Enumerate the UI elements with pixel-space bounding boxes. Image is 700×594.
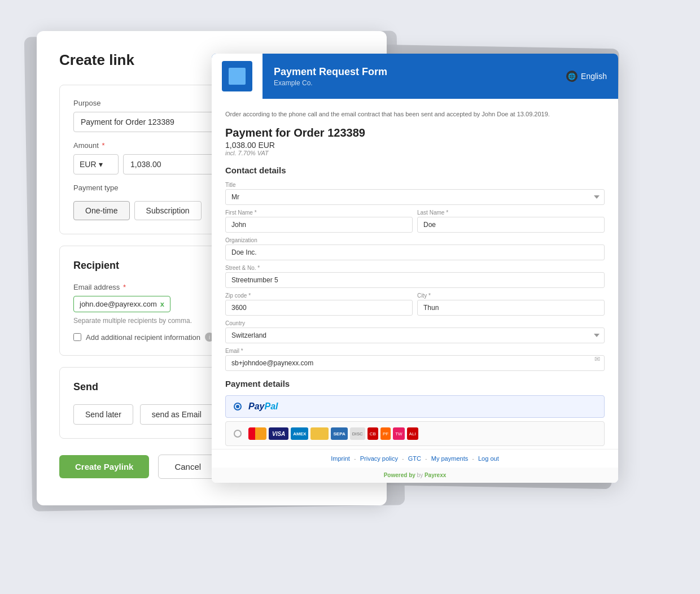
generic-card-icon (310, 427, 329, 440)
email-contact-label: Email * (225, 348, 605, 354)
street-field: Street & No. * (225, 265, 605, 288)
privacy-link[interactable]: Privacy policy (360, 455, 398, 462)
currency-chevron-icon: ▾ (99, 160, 103, 169)
email-envelope-icon: ✉ (594, 355, 600, 363)
order-vat: incl. 7.70% VAT (225, 150, 605, 156)
zip-field: Zip code * (225, 292, 413, 316)
additional-recipient-checkbox[interactable] (73, 333, 81, 341)
payment-form-panel: Payment Request Form Example Co. 🌐 Engli… (212, 54, 618, 483)
paypal-option[interactable]: PayPal (225, 395, 605, 418)
street-label: Street & No. * (225, 265, 605, 271)
last-name-input[interactable] (417, 217, 605, 233)
email-contact-input[interactable] (225, 355, 605, 371)
paypal-logo: PayPal (248, 401, 278, 412)
logo-square (222, 61, 252, 91)
payment-details-section: Payment details PayPal VISA (225, 379, 605, 449)
language-label: English (581, 72, 607, 81)
form-notice: Order according to the phone call and th… (225, 110, 605, 119)
cards-radio[interactable] (234, 430, 242, 438)
email-remove-button[interactable]: x (160, 300, 164, 308)
first-name-input[interactable] (225, 217, 413, 233)
organization-input[interactable] (225, 244, 605, 260)
form-header-title: Payment Request Form Example Co. (262, 54, 555, 99)
send-as-email-button[interactable]: send as Email (140, 404, 213, 425)
street-input[interactable] (225, 272, 605, 288)
email-tag-value: john.doe@payrexx.com (80, 300, 157, 308)
twint-icon: TW (393, 427, 404, 440)
organization-label: Organization (225, 237, 605, 243)
currency-select[interactable]: EUR ▾ (73, 154, 119, 174)
logout-link[interactable]: Log out (478, 455, 499, 462)
additional-recipient-label: Add additional recipient information (86, 333, 200, 342)
currency-value: EUR (80, 160, 97, 169)
title-select[interactable]: Mr Mrs Ms (225, 189, 605, 205)
last-name-field: Last Name * (417, 209, 605, 233)
cards-option[interactable]: VISA AMEX SEPA DISC CB PF TW ALI (225, 421, 605, 446)
contact-section-title: Contact details (225, 165, 605, 175)
subscription-button[interactable]: Subscription (134, 201, 202, 220)
create-paylink-button[interactable]: Create Paylink (59, 455, 149, 478)
my-payments-link[interactable]: My payments (431, 455, 468, 462)
amex-icon: AMEX (291, 427, 308, 440)
order-amount: 1,038.00 EUR (225, 141, 605, 150)
imprint-link[interactable]: Imprint (331, 455, 350, 462)
powered-by: Powered by by Payrexx (212, 468, 618, 483)
zip-label: Zip code * (225, 292, 413, 299)
first-name-label: First Name * (225, 209, 413, 216)
country-select[interactable]: Switzerland Germany Austria (225, 327, 605, 343)
gtc-link[interactable]: GTC (408, 455, 421, 462)
postfinance-icon: PF (380, 427, 391, 440)
form-header: Payment Request Form Example Co. 🌐 Engli… (212, 54, 618, 99)
payment-details-title: Payment details (225, 379, 605, 388)
payment-cards: VISA AMEX SEPA DISC CB PF TW ALI (248, 427, 418, 440)
language-selector[interactable]: 🌐 English (555, 54, 618, 99)
visa-icon: VISA (269, 427, 288, 440)
zip-input[interactable] (225, 300, 413, 316)
city-field: City * (417, 292, 605, 316)
powered-by-text: Powered by (384, 472, 415, 478)
organization-field: Organization (225, 237, 605, 260)
language-icon: 🌐 (566, 71, 578, 82)
paypal-radio[interactable] (234, 403, 242, 410)
city-input[interactable] (417, 300, 605, 316)
form-title: Payment Request Form (274, 66, 544, 78)
country-field: Country Switzerland Germany Austria (225, 320, 605, 343)
title-label: Title (225, 182, 605, 188)
alipay-icon: ALI (407, 427, 418, 440)
title-field: Title Mr Mrs Ms (225, 182, 605, 205)
form-logo (212, 54, 262, 99)
footer-links: Imprint - Privacy policy - GTC - My paym… (212, 449, 618, 468)
sepa-icon: SEPA (331, 427, 347, 440)
cancel-button[interactable]: Cancel (158, 455, 217, 479)
email-field: Email * ✉ (225, 348, 605, 371)
order-title: Payment for Order 123389 (225, 126, 605, 139)
city-label: City * (417, 292, 605, 299)
logo-inner (229, 68, 246, 85)
carte-icon: CB (368, 427, 378, 440)
discover-icon: DISC (350, 427, 365, 440)
send-later-button[interactable]: Send later (73, 404, 133, 425)
mastercard-icon (248, 427, 266, 440)
form-body: Order according to the phone call and th… (212, 99, 618, 449)
name-row: First Name * Last Name * (225, 209, 605, 237)
one-time-button[interactable]: One-time (73, 201, 130, 220)
last-name-label: Last Name * (417, 209, 605, 216)
email-tag: john.doe@payrexx.com x (73, 296, 170, 312)
brand-name: Payrexx (425, 472, 446, 478)
form-company: Example Co. (274, 79, 544, 87)
country-label: Country (225, 320, 605, 326)
zip-city-row: Zip code * City * (225, 292, 605, 320)
first-name-field: First Name * (225, 209, 413, 233)
